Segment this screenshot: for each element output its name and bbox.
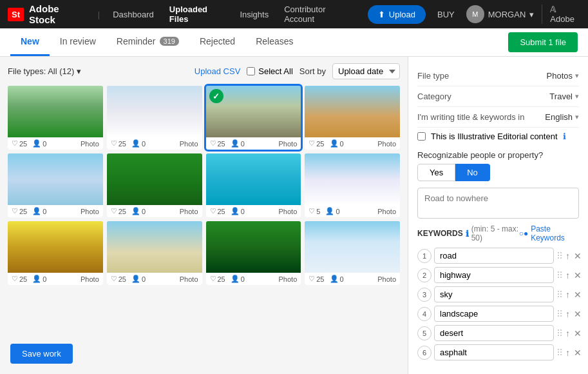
- left-panel: File types: All (12) ▾ Upload CSV Select…: [0, 57, 408, 374]
- avatar: M: [466, 5, 484, 23]
- photo-item-9[interactable]: ♡25 👤0 Photo: [8, 221, 103, 285]
- writing-language-row: I'm writing title & keywords in English …: [417, 107, 579, 128]
- buy-button[interactable]: BUY: [431, 10, 461, 19]
- keyword-remove-4[interactable]: ✕: [573, 309, 583, 319]
- keyword-number-4: 4: [417, 307, 432, 321]
- keyword-remove-1[interactable]: ✕: [573, 251, 583, 261]
- keyword-actions-6: ⠿ ↑ ✕: [556, 348, 583, 358]
- keyword-number-5: 5: [417, 326, 432, 340]
- photo-item-6[interactable]: ♡25 👤0 Photo: [107, 153, 202, 217]
- keyword-input-2[interactable]: [434, 267, 554, 283]
- toolbar: File types: All (12) ▾ Upload CSV Select…: [8, 63, 400, 79]
- logo-name: Adobe Stock: [29, 3, 84, 25]
- photo-meta-6: ♡25 👤0 Photo: [107, 205, 202, 217]
- keyword-input-4[interactable]: [434, 306, 554, 322]
- keyword-number-2: 2: [417, 268, 432, 282]
- tab-in-review[interactable]: In review: [50, 28, 106, 56]
- keyword-drag-6[interactable]: ⠿: [556, 348, 563, 358]
- keyword-actions-1: ⠿ ↑ ✕: [556, 251, 583, 261]
- keyword-move-up-1[interactable]: ↑: [564, 251, 571, 261]
- user-menu[interactable]: M MORGAN ▾: [466, 5, 535, 23]
- no-button[interactable]: No: [455, 164, 490, 181]
- photo-meta-5: ♡25 👤0 Photo: [8, 205, 103, 217]
- keyword-drag-3[interactable]: ⠿: [556, 290, 563, 300]
- keyword-drag-1[interactable]: ⠿: [556, 251, 563, 261]
- photo-item-2[interactable]: ♡25 👤0 Photo: [107, 86, 202, 150]
- keyword-move-up-2[interactable]: ↑: [564, 270, 571, 280]
- upload-icon: ⬆: [378, 10, 385, 19]
- photo-item-3[interactable]: ✓ ♡25 👤0 Photo: [206, 86, 301, 150]
- title-input[interactable]: [417, 188, 579, 219]
- paste-keywords-button[interactable]: ○● Paste Keywords: [519, 224, 579, 242]
- writing-value[interactable]: English ▾: [545, 112, 579, 122]
- tab-rejected[interactable]: Rejected: [189, 28, 245, 56]
- upload-csv-button[interactable]: Upload CSV: [194, 66, 241, 76]
- keyword-input-6[interactable]: [434, 344, 554, 360]
- keyword-input-5[interactable]: [434, 325, 554, 341]
- save-work-button[interactable]: Save work: [10, 344, 73, 364]
- sub-navigation: New In review Reminder 319 Rejected Rele…: [0, 28, 588, 57]
- photo-meta-10: ♡25 👤0 Photo: [107, 273, 202, 285]
- keyword-input-1[interactable]: [434, 248, 554, 264]
- tab-new[interactable]: New: [10, 28, 50, 56]
- keyword-remove-3[interactable]: ✕: [573, 290, 583, 300]
- keywords-label: KEYWORDS ℹ (min: 5 - max: 50): [417, 224, 519, 242]
- photo-meta-1: ♡25 👤0 Photo: [8, 137, 103, 150]
- nav-uploaded-files[interactable]: Uploaded Files: [164, 5, 230, 24]
- category-value[interactable]: Travel ▾: [549, 92, 579, 101]
- tab-releases[interactable]: Releases: [245, 28, 303, 56]
- tab-reminder[interactable]: Reminder 319: [106, 28, 189, 56]
- keyword-drag-2[interactable]: ⠿: [556, 270, 563, 280]
- nav-dashboard[interactable]: Dashboard: [108, 10, 159, 19]
- keyword-move-up-5[interactable]: ↑: [564, 328, 571, 339]
- keyword-move-up-3[interactable]: ↑: [564, 290, 571, 300]
- logo-st: St: [8, 8, 24, 21]
- nav-divider: |: [98, 10, 100, 19]
- keyword-move-up-6[interactable]: ↑: [564, 348, 571, 358]
- photo-item-8[interactable]: ♡5 👤0 Photo: [305, 153, 400, 217]
- photo-meta-8: ♡5 👤0 Photo: [305, 205, 400, 217]
- keyword-remove-6[interactable]: ✕: [573, 348, 583, 358]
- keyword-remove-5[interactable]: ✕: [573, 328, 583, 339]
- keyword-remove-2[interactable]: ✕: [573, 270, 583, 280]
- photo-item-4[interactable]: ♡25 👤0 Photo: [305, 86, 400, 150]
- photo-item-1[interactable]: ♡25 👤0 Photo: [8, 86, 103, 150]
- select-all-area: Select All: [247, 66, 292, 76]
- editorial-checkbox[interactable]: [417, 132, 426, 141]
- nav-contributor-account[interactable]: Contributor Account: [279, 5, 357, 24]
- photo-meta-9: ♡25 👤0 Photo: [8, 273, 103, 285]
- nav-insights[interactable]: Insights: [234, 10, 274, 19]
- photo-meta-12: ♡25 👤0 Photo: [305, 273, 400, 285]
- photo-item-5[interactable]: ♡25 👤0 Photo: [8, 153, 103, 217]
- photo-item-10[interactable]: ♡25 👤0 Photo: [107, 221, 202, 285]
- keyword-move-up-4[interactable]: ↑: [564, 309, 571, 319]
- submit-file-button[interactable]: Submit 1 file: [508, 32, 578, 52]
- keywords-header: KEYWORDS ℹ (min: 5 - max: 50) ○● Paste K…: [417, 224, 579, 242]
- editorial-info-icon[interactable]: ℹ: [563, 132, 566, 141]
- reminder-badge: 319: [160, 37, 179, 46]
- select-all-checkbox[interactable]: [247, 67, 255, 75]
- photo-meta-3: ♡25 👤0 Photo: [206, 137, 301, 150]
- upload-button[interactable]: ⬆ Upload: [368, 5, 426, 24]
- keyword-drag-5[interactable]: ⠿: [556, 328, 563, 339]
- keyword-input-3[interactable]: [434, 286, 554, 302]
- keyword-row-4: 4 ⠿ ↑ ✕: [417, 306, 579, 322]
- sort-select[interactable]: Upload date File name Status: [332, 63, 400, 79]
- keyword-actions-4: ⠿ ↑ ✕: [556, 309, 583, 319]
- photo-item-7[interactable]: ♡25 👤0 Photo: [206, 153, 301, 217]
- category-chevron: ▾: [575, 92, 579, 101]
- keyword-actions-2: ⠿ ↑ ✕: [556, 270, 583, 280]
- file-types-filter[interactable]: File types: All (12) ▾: [8, 66, 81, 76]
- photo-meta-7: ♡25 👤0 Photo: [206, 205, 301, 217]
- keyword-drag-4[interactable]: ⠿: [556, 309, 563, 319]
- photo-item-12[interactable]: ♡25 👤0 Photo: [305, 221, 400, 285]
- editorial-label: This is Illustrative Editorial content: [431, 132, 558, 141]
- selected-check-icon: ✓: [209, 89, 223, 103]
- category-label: Category: [417, 92, 451, 101]
- keywords-info-icon[interactable]: ℹ: [466, 229, 469, 239]
- photo-item-11[interactable]: ♡25 👤0 Photo: [206, 221, 301, 285]
- writing-chevron: ▾: [575, 113, 579, 121]
- adobe-logo: 𝔸 Adobe: [542, 5, 580, 24]
- file-type-value[interactable]: Photos ▾: [547, 71, 579, 81]
- yes-button[interactable]: Yes: [417, 164, 455, 181]
